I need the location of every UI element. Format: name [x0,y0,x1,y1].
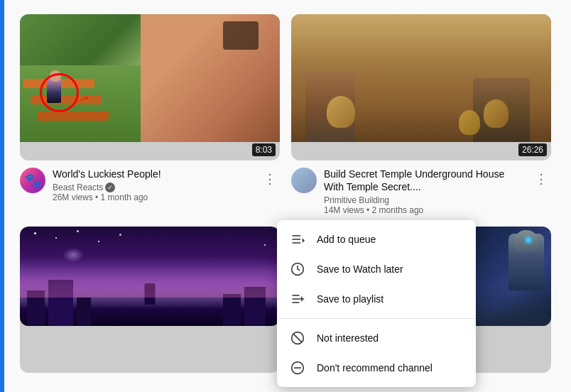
duration-temple: 26:26 [518,143,547,156]
page-container: → 8:03 🐾 World's Luckiest People! Beast … [0,0,571,392]
avatar-temple[interactable] [291,168,317,193]
video-stats-beast: 26M views • 1 month ago [53,192,253,202]
video-title-beast: World's Luckiest People! [53,168,253,180]
menu-label-add-queue: Add to queue [317,234,376,245]
queue-icon [290,232,305,247]
menu-label-watch-later: Save to Watch later [317,263,403,275]
menu-item-watch-later[interactable]: Save to Watch later [277,254,476,284]
video-stats-temple: 14M views • 2 months ago [324,205,524,215]
video-card-night [14,227,286,373]
not-interested-icon [290,330,305,346]
verified-icon-beast: ✓ [105,183,115,192]
channel-name-beast: Beast Reacts ✓ [53,183,253,192]
menu-item-save-playlist[interactable]: Save to playlist [277,284,476,314]
menu-separator [277,318,476,319]
clock-icon [290,261,305,277]
video-meta-beast: World's Luckiest People! Beast Reacts ✓ … [53,168,253,202]
svg-line-10 [293,334,302,342]
menu-label-save-playlist: Save to playlist [317,293,384,305]
video-title-temple: Build Secret Temple Underground House Wi… [324,168,524,193]
menu-item-dont-recommend[interactable]: Don't recommend channel [277,353,476,383]
avatar-beast[interactable]: 🐾 [20,168,45,193]
video-card-temple: 26:26 Build Secret Temple Underground Ho… [286,14,557,227]
video-info-beast: 🐾 World's Luckiest People! Beast Reacts … [20,160,280,202]
avatar-icon: 🐾 [24,172,42,189]
playlist-add-icon [290,291,305,307]
more-button-beast[interactable]: ⋮ [260,169,280,189]
dont-recommend-icon [290,360,305,376]
channel-name-temple: Primitive Building [324,195,524,205]
duration-beast: 8:03 [252,143,276,156]
left-accent-bar [0,0,4,392]
video-info-temple: Build Secret Temple Underground House Wi… [291,160,551,215]
video-meta-temple: Build Secret Temple Underground House Wi… [324,168,524,215]
menu-label-dont-recommend: Don't recommend channel [317,362,433,374]
thumbnail-temple[interactable]: 26:26 [291,14,551,160]
context-menu: Add to queue Save to Watch later [277,220,476,387]
menu-item-not-interested[interactable]: Not interested [277,323,476,353]
video-grid: → 8:03 🐾 World's Luckiest People! Beast … [0,0,571,227]
more-button-temple[interactable]: ⋮ [531,169,551,189]
thumbnail-beast[interactable]: → 8:03 [20,14,280,160]
video-card-beast-reacts: → 8:03 🐾 World's Luckiest People! Beast … [14,14,286,227]
menu-item-add-queue[interactable]: Add to queue [277,224,476,254]
menu-label-not-interested: Not interested [317,332,379,344]
thumbnail-night[interactable] [20,227,280,373]
